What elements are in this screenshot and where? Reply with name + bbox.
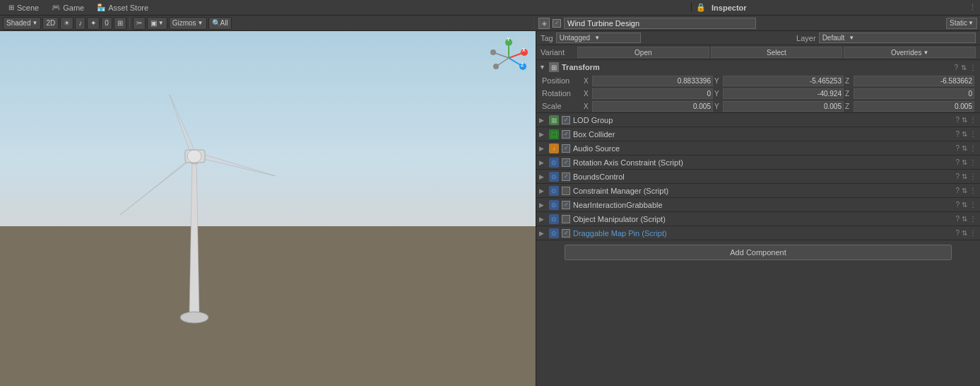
pos-y-input[interactable]	[723, 76, 844, 86]
rot-x-input[interactable]	[592, 88, 713, 99]
zero-label: 0	[105, 19, 109, 27]
drag-menu-icon[interactable]: ⋮	[969, 229, 977, 237]
comp-constraint-manager[interactable]: ▶ ⊙ Constraint Manager (Script) ? ⇅ ⋮	[536, 184, 980, 198]
tag-dropdown[interactable]: Untagged ▼	[556, 33, 641, 43]
tab-game[interactable]: 🎮 Game	[46, 0, 90, 15]
lod-help-icon[interactable]: ?	[955, 116, 960, 124]
transform-help-icon[interactable]: ?	[954, 64, 958, 71]
static-label: Static	[950, 19, 967, 27]
constraint-help-icon[interactable]: ?	[955, 187, 960, 194]
sound-btn[interactable]: ♪	[75, 17, 85, 30]
comp-lod-group[interactable]: ▶ ▦ ✓ LOD Group ? ⇅ ⋮	[536, 113, 980, 127]
box-checkbox[interactable]: ✓	[562, 130, 570, 139]
near-menu-icon[interactable]: ⋮	[969, 201, 977, 209]
box-settings-icon[interactable]: ⇅	[962, 130, 967, 138]
comp-bounds-control[interactable]: ▶ ⊙ ✓ BoundsControl ? ⇅ ⋮	[536, 170, 980, 184]
zero-btn[interactable]: 0	[101, 17, 112, 30]
fx-icon: ✦	[90, 19, 96, 27]
store-icon: 🏪	[97, 4, 105, 11]
select-button[interactable]: Select	[711, 47, 843, 58]
manip-menu-icon[interactable]: ⋮	[969, 215, 977, 223]
search-btn[interactable]: 🔍 All	[208, 17, 232, 30]
audio-help-icon[interactable]: ?	[955, 144, 960, 152]
lod-settings-icon[interactable]: ⇅	[962, 116, 967, 124]
audio-checkbox[interactable]: ✓	[562, 144, 570, 153]
gizmos-dropdown[interactable]: Gizmos ▼	[169, 17, 207, 30]
comp-audio-source[interactable]: ▶ ♪ ✓ Audio Source ? ⇅ ⋮	[536, 141, 980, 156]
manip-help-icon[interactable]: ?	[955, 215, 960, 223]
lod-checkbox[interactable]: ✓	[562, 116, 570, 124]
scale-x-input[interactable]	[592, 101, 713, 112]
grid-btn[interactable]: ⊞	[114, 17, 126, 30]
fx-btn[interactable]: ✦	[87, 17, 100, 30]
comp-rotation-axis[interactable]: ▶ ⊙ ✓ Rotation Axis Constraint (Script) …	[536, 156, 980, 170]
drag-checkbox[interactable]: ✓	[562, 229, 570, 238]
pos-y-label: Y	[714, 77, 721, 85]
transform-settings-icon[interactable]: ⇅	[961, 64, 967, 71]
constraint-settings-icon[interactable]: ⇅	[962, 187, 967, 194]
obj-active-checkbox[interactable]: ✓	[553, 19, 561, 28]
pos-z-input[interactable]	[854, 76, 974, 86]
tab-asset-store[interactable]: 🏪 Asset Store	[91, 0, 154, 15]
box-name: Box Collider	[573, 130, 952, 139]
inspector-title: Inspector	[712, 4, 747, 12]
layer-label: Layer	[796, 34, 816, 42]
comp-near-interaction[interactable]: ▶ ⊙ ✓ NearInteractionGrabbable ? ⇅ ⋮	[536, 198, 980, 212]
open-button[interactable]: Open	[577, 47, 709, 58]
variant-row: Variant Open Select Overrides ▼	[536, 45, 980, 60]
twod-label: 2D	[46, 19, 55, 27]
comp-box-collider[interactable]: ▶ ⬚ ✓ Box Collider ? ⇅ ⋮	[536, 127, 980, 141]
near-help-icon[interactable]: ?	[955, 201, 960, 209]
transform-header[interactable]: ▼ ⊞ Transform ? ⇅ ⋮	[536, 60, 980, 74]
layer-arrow: ▼	[849, 35, 854, 41]
rot-axis-help-icon[interactable]: ?	[955, 158, 960, 166]
manip-checkbox[interactable]	[562, 215, 570, 223]
bounds-help-icon[interactable]: ?	[955, 172, 960, 180]
drag-help-icon[interactable]: ?	[955, 229, 960, 237]
select-label: Select	[767, 49, 786, 57]
constraint-menu-icon[interactable]: ⋮	[969, 187, 977, 194]
bounds-menu-icon[interactable]: ⋮	[969, 172, 977, 180]
variant-label: Variant	[541, 48, 576, 57]
near-icon: ⊙	[549, 200, 559, 210]
comp-object-manipulator[interactable]: ▶ ⊙ Object Manipulator (Script) ? ⇅ ⋮	[536, 212, 980, 226]
layer-dropdown[interactable]: Default ▼	[819, 33, 976, 43]
obj-name-field[interactable]	[564, 18, 756, 29]
constraint-checkbox[interactable]	[562, 187, 570, 195]
rot-y-input[interactable]	[723, 88, 844, 99]
pos-x-input[interactable]	[592, 76, 713, 86]
transform-menu-icon[interactable]: ⋮	[969, 64, 977, 71]
twod-btn[interactable]: 2D	[42, 17, 59, 30]
inspector-menu-icon[interactable]: ⋮	[969, 3, 977, 12]
near-checkbox[interactable]: ✓	[562, 201, 570, 209]
tab-scene[interactable]: ⊞ Scene	[3, 0, 45, 15]
box-menu-icon[interactable]: ⋮	[969, 130, 977, 138]
lod-actions: ? ⇅ ⋮	[955, 116, 977, 124]
view-dropdown[interactable]: ▣ ▼	[147, 17, 167, 30]
comp-draggable-map-pin[interactable]: ▶ ⊙ ✓ Draggable Map Pin (Script) ? ⇅ ⋮	[536, 226, 980, 240]
static-button[interactable]: Static ▼	[946, 18, 977, 29]
bounds-settings-icon[interactable]: ⇅	[962, 172, 967, 180]
audio-menu-icon[interactable]: ⋮	[969, 144, 977, 152]
rot-axis-checkbox[interactable]: ✓	[562, 158, 570, 167]
scale-z-field: Z	[845, 101, 974, 112]
rot-axis-menu-icon[interactable]: ⋮	[969, 158, 977, 166]
bounds-checkbox[interactable]: ✓	[562, 172, 570, 181]
scale-y-input[interactable]	[723, 101, 844, 112]
scale-z-input[interactable]	[854, 101, 974, 112]
position-x-field: X	[584, 76, 713, 86]
manip-settings-icon[interactable]: ⇅	[962, 215, 967, 223]
add-component-button[interactable]: Add Component	[565, 245, 952, 260]
overrides-button[interactable]: Overrides ▼	[844, 47, 976, 58]
audio-settings-icon[interactable]: ⇅	[962, 144, 967, 152]
scene-gizmo[interactable]: Y X Z	[488, 37, 530, 79]
box-help-icon[interactable]: ?	[955, 130, 960, 138]
rot-axis-settings-icon[interactable]: ⇅	[962, 158, 967, 166]
light-btn[interactable]: ☀	[60, 17, 73, 30]
shaded-dropdown[interactable]: Shaded ▼	[3, 17, 41, 30]
near-settings-icon[interactable]: ⇅	[962, 201, 967, 209]
rot-z-input[interactable]	[854, 88, 974, 99]
lod-menu-icon[interactable]: ⋮	[969, 116, 977, 124]
drag-settings-icon[interactable]: ⇅	[962, 229, 967, 237]
move-tool[interactable]: ✂	[133, 17, 146, 30]
